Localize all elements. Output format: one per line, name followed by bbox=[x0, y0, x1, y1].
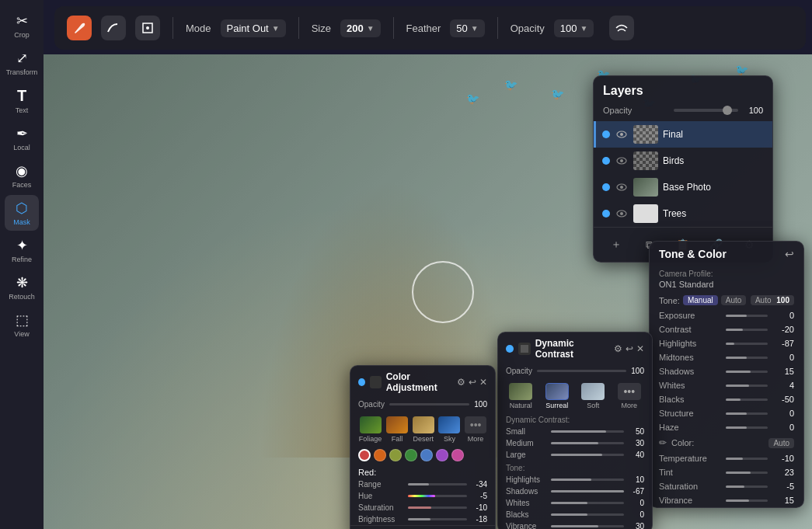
ca-settings-icon[interactable]: ⚙ bbox=[457, 377, 465, 388]
vibrance-slider[interactable] bbox=[726, 499, 768, 502]
color-auto-button[interactable]: Auto bbox=[768, 438, 794, 448]
brush-settings-button[interactable] bbox=[609, 16, 634, 40]
layer-row-trees[interactable]: Trees bbox=[594, 200, 772, 227]
dc-vibrance-slider[interactable] bbox=[551, 525, 624, 527]
layers-opacity-slider[interactable] bbox=[674, 109, 738, 112]
temperature-slider[interactable] bbox=[726, 458, 768, 460]
dc-preset-surreal[interactable]: Surreal bbox=[545, 383, 569, 409]
ca-preset-foliage[interactable]: Foliage bbox=[359, 416, 382, 443]
layer-visibility-dot-trees[interactable] bbox=[602, 210, 610, 218]
sidebar-item-text[interactable]: T Text bbox=[5, 82, 39, 119]
sidebar-item-view[interactable]: ⬚ View bbox=[5, 307, 39, 343]
ca-preset-icon-desert bbox=[413, 416, 434, 433]
ca-opacity-label: Opacity bbox=[358, 400, 385, 409]
dc-preset-natural[interactable]: Natural bbox=[509, 383, 532, 409]
layer-visibility-dot-birds[interactable] bbox=[602, 157, 610, 165]
dc-row-tone-blacks: Blacks 0 bbox=[498, 509, 652, 520]
blacks-slider[interactable] bbox=[726, 398, 768, 401]
contrast-slider[interactable] bbox=[726, 329, 768, 331]
layer-visibility-dot-base[interactable] bbox=[602, 183, 610, 191]
layer-eye-base[interactable] bbox=[615, 180, 629, 194]
sidebar-item-crop[interactable]: ✂ Crop bbox=[5, 8, 39, 44]
feather-dropdown[interactable]: 50 ▼ bbox=[450, 19, 484, 37]
ca-footer-adjust-hue[interactable]: ↕ Adjust Hue ▼ bbox=[350, 525, 495, 529]
tone-mode-row: Tone: Manual Auto Auto 100 bbox=[650, 292, 803, 308]
feather-label: Feather bbox=[406, 23, 441, 34]
dc-tone-blacks-slider[interactable] bbox=[551, 513, 624, 516]
whites-slider[interactable] bbox=[726, 385, 768, 387]
manual-button[interactable]: Manual bbox=[683, 295, 718, 305]
dc-settings-icon[interactable]: ⚙ bbox=[614, 343, 622, 354]
tone-panel-close-button[interactable]: ↩ bbox=[785, 248, 794, 260]
ca-color-green[interactable] bbox=[405, 449, 417, 461]
layers-opacity-label: Opacity bbox=[603, 106, 667, 115]
add-layer-button[interactable]: ＋ bbox=[605, 234, 627, 256]
ca-hue-slider[interactable] bbox=[408, 495, 467, 497]
layer-row-final[interactable]: Final bbox=[594, 121, 772, 148]
dc-large-slider[interactable] bbox=[551, 454, 624, 456]
dc-visibility-dot[interactable] bbox=[506, 345, 514, 353]
layer-eye-birds[interactable] bbox=[615, 154, 629, 168]
transform-button[interactable] bbox=[135, 16, 160, 40]
dc-tone-whites-slider[interactable] bbox=[551, 502, 624, 504]
mode-dropdown[interactable]: Paint Out ▼ bbox=[221, 19, 286, 37]
dc-reset-icon[interactable]: ↩ bbox=[626, 343, 633, 354]
ca-preset-more[interactable]: ••• More bbox=[465, 416, 486, 443]
size-dropdown[interactable]: 200 ▼ bbox=[340, 19, 381, 37]
ca-color-purple[interactable] bbox=[436, 449, 448, 461]
blacks-label: Blacks bbox=[659, 395, 721, 404]
sidebar-item-transform[interactable]: ⤢ Transform bbox=[5, 45, 39, 81]
layer-eye-final[interactable] bbox=[615, 127, 629, 141]
brush-tool-button[interactable] bbox=[67, 16, 92, 40]
ca-brightness-slider[interactable] bbox=[408, 518, 467, 520]
sidebar-item-local[interactable]: ✒ Local bbox=[5, 120, 39, 156]
layer-row-base-photo[interactable]: Base Photo bbox=[594, 174, 772, 200]
ca-visibility-dot[interactable] bbox=[358, 378, 365, 386]
sidebar-label-local: Local bbox=[13, 144, 30, 151]
opacity-dropdown[interactable]: 100 ▼ bbox=[554, 19, 594, 37]
tint-slider[interactable] bbox=[726, 472, 768, 474]
dc-preset-more[interactable]: ••• More bbox=[618, 383, 641, 409]
ca-range-slider[interactable] bbox=[408, 483, 467, 485]
ca-preset-desert[interactable]: Desert bbox=[413, 416, 434, 443]
shadows-slider[interactable] bbox=[726, 371, 768, 373]
layer-visibility-dot-final[interactable] bbox=[602, 131, 610, 138]
sidebar-item-faces[interactable]: ◉ Faces bbox=[5, 158, 39, 193]
tone-row-midtones: Midtones 0 bbox=[650, 350, 803, 364]
ca-opacity-slider[interactable] bbox=[389, 403, 469, 405]
ca-color-orange[interactable] bbox=[374, 449, 386, 461]
dc-small-slider[interactable] bbox=[551, 430, 624, 433]
haze-slider[interactable] bbox=[726, 426, 768, 429]
dc-tone-highlights-slider[interactable] bbox=[551, 479, 624, 481]
dc-medium-slider[interactable] bbox=[551, 442, 624, 444]
structure-slider[interactable] bbox=[726, 412, 768, 415]
auto-tone-button[interactable]: Auto bbox=[721, 295, 747, 305]
dc-close-button[interactable]: ✕ bbox=[636, 343, 644, 354]
ca-close-button[interactable]: ✕ bbox=[479, 377, 487, 388]
brush-stroke-button[interactable] bbox=[101, 16, 126, 40]
ca-range-label: Range bbox=[358, 480, 405, 489]
sidebar-item-retouch[interactable]: ❋ Retouch bbox=[5, 270, 39, 305]
ca-color-blue[interactable] bbox=[420, 449, 433, 461]
dc-preset-soft[interactable]: Soft bbox=[581, 383, 605, 409]
exposure-slider[interactable] bbox=[726, 315, 768, 317]
ca-color-red[interactable] bbox=[358, 449, 371, 461]
sidebar-item-refine[interactable]: ✦ Refine bbox=[5, 232, 39, 268]
layer-row-birds[interactable]: Birds bbox=[594, 148, 772, 174]
svg-rect-10 bbox=[521, 345, 528, 353]
saturation-slider[interactable] bbox=[726, 485, 768, 488]
ca-saturation-slider[interactable] bbox=[408, 506, 467, 509]
highlights-slider[interactable] bbox=[726, 343, 768, 345]
ca-preset-sky[interactable]: Sky bbox=[438, 416, 460, 443]
ca-color-yellow[interactable] bbox=[389, 449, 402, 461]
ca-color-magenta[interactable] bbox=[451, 449, 464, 461]
layer-eye-trees[interactable] bbox=[615, 207, 629, 221]
dc-opacity-slider[interactable] bbox=[537, 370, 626, 372]
dc-row-large: Large 40 bbox=[498, 449, 652, 461]
midtones-slider[interactable] bbox=[726, 357, 768, 359]
sidebar-item-mask[interactable]: ⬡ Mask bbox=[5, 195, 39, 231]
ca-reset-icon[interactable]: ↩ bbox=[469, 377, 476, 388]
dc-tone-shadows-slider[interactable] bbox=[551, 490, 624, 492]
ca-preset-fall[interactable]: Fall bbox=[386, 416, 408, 443]
tone-panel-header: Tone & Color ↩ bbox=[650, 242, 803, 266]
